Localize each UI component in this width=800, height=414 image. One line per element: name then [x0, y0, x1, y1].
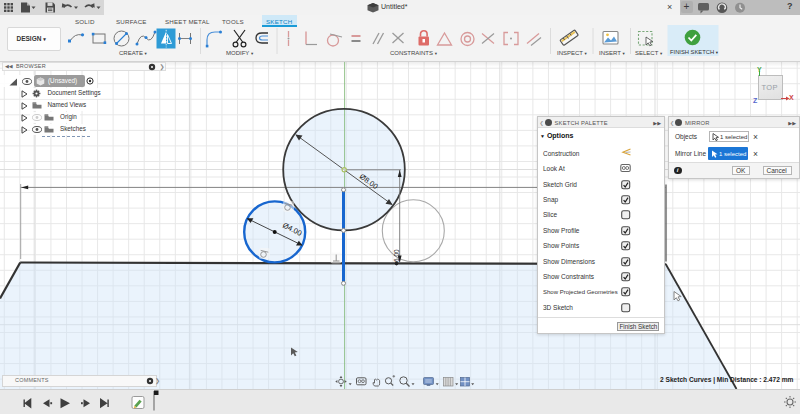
- svg-text:6.00: 6.00: [393, 249, 400, 262]
